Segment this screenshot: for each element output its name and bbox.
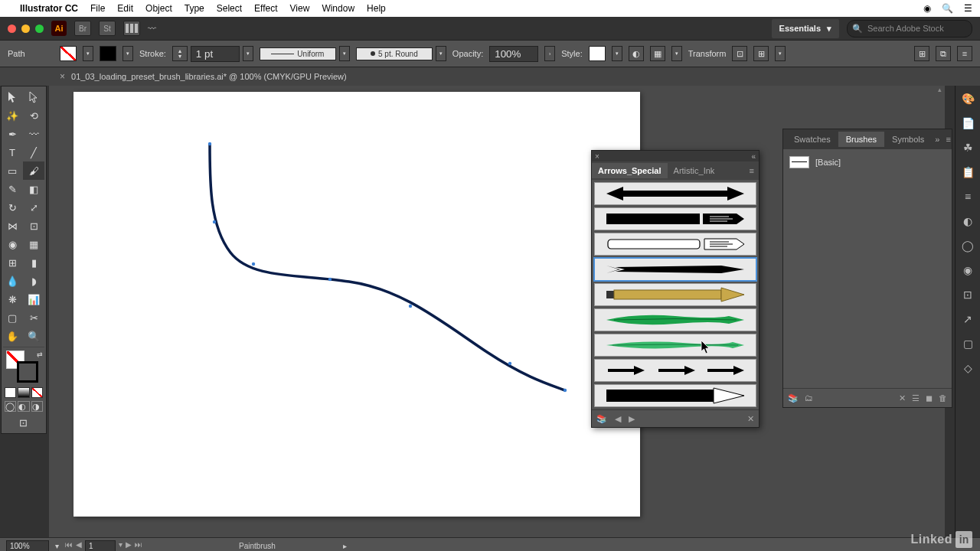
fill-dropdown[interactable]: ▾ [83,46,93,61]
doc-setup-button[interactable]: ⧉ [936,46,951,61]
artboard-dropdown-icon[interactable]: ▾ [119,540,122,552]
eraser-tool[interactable]: ◧ [23,180,44,198]
panel-collapse-icon[interactable]: « [751,152,756,161]
tab-swatches[interactable]: Swatches [786,132,838,147]
menu-file[interactable]: File [90,3,105,14]
bridge-button[interactable]: Br [74,21,91,36]
brush-libraries-icon[interactable]: 📚 [788,393,799,403]
color-panel-icon[interactable]: 🎨 [959,90,976,107]
blend-tool[interactable]: ◗ [23,272,44,290]
pen-tool[interactable]: ✒ [2,125,23,143]
layers-icon[interactable]: ☘ [959,139,976,156]
magic-wand-tool[interactable]: ✨ [2,106,23,125]
brush-brass[interactable] [594,283,756,306]
type-tool[interactable]: T [2,143,23,161]
slice-tool[interactable]: ✂ [23,308,44,327]
perspective-tool[interactable]: ▦ [23,235,44,253]
workspace-switcher[interactable]: Essentials ▾ [772,19,839,38]
panel-menu-icon[interactable]: ≡ [942,135,953,144]
brush-block-white[interactable] [594,384,756,407]
style-swatch[interactable] [589,46,606,61]
gradient-tool[interactable]: ▮ [23,253,44,272]
menu-effect[interactable]: Effect [254,3,277,14]
next-lib-icon[interactable]: ▶ [629,414,635,424]
brush-arrow-double[interactable] [594,182,756,205]
tab-close-icon[interactable]: × [60,71,65,82]
libraries-icon[interactable]: ◇ [959,360,976,377]
brush-triple-arrows[interactable] [594,359,756,382]
window-close[interactable] [8,24,16,33]
tab-symbols[interactable]: Symbols [884,132,932,147]
menu-window[interactable]: Window [322,3,354,14]
recolor-button[interactable]: ◐ [629,46,644,61]
mesh-tool[interactable]: ⊞ [2,253,23,272]
swap-fill-stroke-icon[interactable]: ⇄ [37,350,43,358]
hand-tool[interactable]: ✋ [2,327,23,345]
brush-definition[interactable]: 5 pt. Round [356,47,433,60]
opacity-input[interactable] [489,46,538,62]
status-more-icon[interactable]: ▸ [343,542,347,550]
menu-edit[interactable]: Edit [117,3,133,14]
brush-swallowtail[interactable] [594,258,756,281]
artboards-panel-icon[interactable]: ▢ [959,335,976,352]
draw-behind-button[interactable]: ◐ [18,401,29,412]
zoom-tool[interactable]: 🔍 [23,327,44,345]
shape-builder-tool[interactable]: ◉ [2,235,23,253]
isolate-button[interactable]: ⊡ [732,46,747,61]
remove-brush-icon[interactable]: ✕ [899,393,906,403]
stroke-dropdown[interactable]: ▾ [122,46,133,61]
scale-tool[interactable]: ⤢ [23,198,44,217]
line-tool[interactable]: ╱ [23,143,44,161]
arrange-docs-button[interactable] [123,21,140,36]
stroke-weight-stepper[interactable]: ▴▾ [172,46,188,61]
artboard-number-input[interactable] [85,540,116,552]
shaper-tool[interactable]: ✎ [2,180,23,198]
paintbrush-tool[interactable]: 🖌 [23,161,44,180]
brush-green-dark[interactable] [594,308,756,331]
lib-close-icon[interactable]: ✕ [747,414,754,424]
brush-green-light[interactable] [594,334,756,357]
brush-hand-outline[interactable] [594,233,756,256]
document-tab[interactable]: × 01_03_loading_preset_brush_libraries.a… [52,67,354,86]
gradient-panel-icon[interactable]: ◐ [959,213,976,230]
zoom-input[interactable] [6,540,49,552]
stroke-panel-icon[interactable]: ≡ [959,188,976,205]
free-transform-tool[interactable]: ⊡ [23,217,44,235]
brush-def-dropdown[interactable]: ▾ [436,46,446,61]
draw-normal-button[interactable]: ◯ [5,401,16,412]
tab-arrows-special[interactable]: Arrows_Special [592,163,668,178]
prev-lib-icon[interactable]: ◀ [615,414,621,424]
draw-inside-button[interactable]: ◑ [31,401,43,412]
stroke-swatch[interactable] [100,46,116,61]
scroll-up-icon[interactable]: ▴ [934,86,945,96]
color-mode-button[interactable] [5,387,16,398]
stroke-weight-dropdown[interactable]: ▾ [243,46,253,61]
align-drop[interactable]: ▾ [671,46,682,61]
menu-select[interactable]: Select [217,3,242,14]
search-stock-input[interactable]: 🔍 Search Adobe Stock [847,20,972,37]
arrange-grid-button[interactable]: ⊞ [914,46,929,61]
graphic-styles-icon[interactable]: ⊡ [959,286,976,303]
graph-tool[interactable]: 📊 [23,290,44,308]
options-brush-icon[interactable]: ☰ [912,393,920,403]
window-zoom[interactable] [35,24,44,33]
prefs-button[interactable]: ≡ [957,46,972,61]
direct-selection-tool[interactable] [23,88,44,106]
stock-button[interactable]: St [99,21,116,36]
rectangle-tool[interactable]: ▭ [2,161,23,180]
window-minimize[interactable] [21,24,30,33]
tab-artistic-ink[interactable]: Artistic_Ink [668,163,721,178]
next-artboard-icon[interactable]: ▶ [126,540,132,552]
menu-list-icon[interactable]: ☰ [964,3,972,14]
float-panel-menu-icon[interactable]: ≡ [745,166,759,175]
brush-lib-menu-icon[interactable]: 📚 [596,414,607,424]
menu-object[interactable]: Object [145,3,172,14]
transform-link[interactable]: Transform [688,49,727,58]
lasso-tool[interactable]: ⟲ [23,106,44,125]
panel-close-icon[interactable]: × [595,152,599,161]
asset-export-icon[interactable]: ↗ [959,311,976,328]
appearance-panel-icon[interactable]: ◉ [959,262,976,279]
curvature-tool[interactable]: 〰 [23,125,44,143]
pixel-snap-button[interactable]: ⊞ [753,46,769,61]
menu-view[interactable]: View [290,3,310,14]
